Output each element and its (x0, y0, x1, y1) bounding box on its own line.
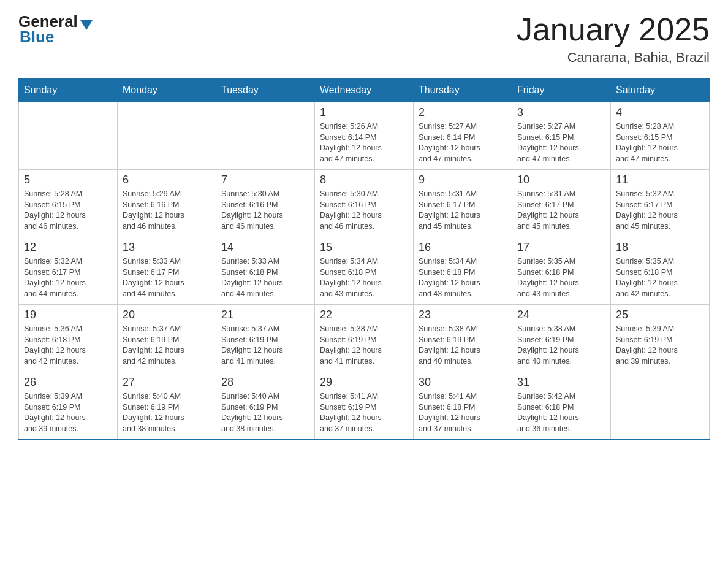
calendar-table: SundayMondayTuesdayWednesdayThursdayFrid… (18, 78, 710, 440)
calendar-cell: 18Sunrise: 5:35 AM Sunset: 6:18 PM Dayli… (611, 237, 710, 305)
day-info: Sunrise: 5:27 AM Sunset: 6:15 PM Dayligh… (517, 121, 605, 164)
day-info: Sunrise: 5:33 AM Sunset: 6:18 PM Dayligh… (221, 256, 309, 299)
day-number: 14 (221, 241, 309, 254)
day-info: Sunrise: 5:32 AM Sunset: 6:17 PM Dayligh… (616, 189, 704, 232)
day-info: Sunrise: 5:41 AM Sunset: 6:19 PM Dayligh… (320, 391, 408, 434)
day-number: 16 (419, 241, 507, 254)
logo-triangle-icon (80, 20, 93, 30)
day-number: 28 (221, 376, 309, 389)
day-info: Sunrise: 5:35 AM Sunset: 6:18 PM Dayligh… (616, 256, 704, 299)
logo: General Blue (18, 12, 93, 47)
day-number: 31 (517, 376, 605, 389)
day-number: 21 (221, 308, 309, 321)
day-number: 8 (320, 174, 408, 186)
day-number: 25 (616, 308, 704, 321)
calendar-cell: 25Sunrise: 5:39 AM Sunset: 6:19 PM Dayli… (611, 305, 710, 372)
day-number: 15 (320, 241, 408, 254)
day-number: 5 (24, 174, 112, 186)
calendar-cell: 10Sunrise: 5:31 AM Sunset: 6:17 PM Dayli… (512, 170, 611, 237)
calendar-cell: 27Sunrise: 5:40 AM Sunset: 6:19 PM Dayli… (118, 372, 216, 440)
day-number: 12 (24, 241, 112, 254)
day-number: 13 (123, 241, 211, 254)
calendar-cell: 17Sunrise: 5:35 AM Sunset: 6:18 PM Dayli… (512, 237, 611, 305)
calendar-cell: 23Sunrise: 5:38 AM Sunset: 6:19 PM Dayli… (414, 305, 512, 372)
day-info: Sunrise: 5:37 AM Sunset: 6:19 PM Dayligh… (123, 324, 211, 367)
day-number: 30 (419, 376, 507, 389)
day-info: Sunrise: 5:38 AM Sunset: 6:19 PM Dayligh… (419, 324, 507, 367)
calendar-cell: 4Sunrise: 5:28 AM Sunset: 6:15 PM Daylig… (611, 102, 710, 170)
calendar-cell: 12Sunrise: 5:32 AM Sunset: 6:17 PM Dayli… (19, 237, 118, 305)
day-info: Sunrise: 5:32 AM Sunset: 6:17 PM Dayligh… (24, 256, 112, 299)
calendar-cell (216, 102, 315, 170)
day-number: 18 (616, 241, 704, 254)
day-number: 24 (517, 308, 605, 321)
calendar-cell: 9Sunrise: 5:31 AM Sunset: 6:17 PM Daylig… (414, 170, 512, 237)
calendar-cell: 5Sunrise: 5:28 AM Sunset: 6:15 PM Daylig… (19, 170, 118, 237)
day-info: Sunrise: 5:31 AM Sunset: 6:17 PM Dayligh… (419, 189, 507, 232)
page-title: January 2025 (517, 12, 710, 47)
day-info: Sunrise: 5:38 AM Sunset: 6:19 PM Dayligh… (320, 324, 408, 367)
day-info: Sunrise: 5:35 AM Sunset: 6:18 PM Dayligh… (517, 256, 605, 299)
calendar-week-1: 1Sunrise: 5:26 AM Sunset: 6:14 PM Daylig… (19, 102, 710, 170)
calendar-cell (19, 102, 118, 170)
day-info: Sunrise: 5:28 AM Sunset: 6:15 PM Dayligh… (24, 189, 112, 232)
day-info: Sunrise: 5:26 AM Sunset: 6:14 PM Dayligh… (320, 121, 408, 164)
day-number: 27 (123, 376, 211, 389)
day-info: Sunrise: 5:33 AM Sunset: 6:17 PM Dayligh… (123, 256, 211, 299)
calendar-cell (118, 102, 216, 170)
weekday-header-tuesday: Tuesday (216, 79, 315, 102)
weekday-header-saturday: Saturday (611, 79, 710, 102)
calendar-week-3: 12Sunrise: 5:32 AM Sunset: 6:17 PM Dayli… (19, 237, 710, 305)
day-number: 26 (24, 376, 112, 389)
calendar-cell: 24Sunrise: 5:38 AM Sunset: 6:19 PM Dayli… (512, 305, 611, 372)
calendar-cell (611, 372, 710, 440)
calendar-cell: 6Sunrise: 5:29 AM Sunset: 6:16 PM Daylig… (118, 170, 216, 237)
calendar-cell: 3Sunrise: 5:27 AM Sunset: 6:15 PM Daylig… (512, 102, 611, 170)
weekday-row: SundayMondayTuesdayWednesdayThursdayFrid… (19, 79, 710, 102)
day-info: Sunrise: 5:42 AM Sunset: 6:18 PM Dayligh… (517, 391, 605, 434)
calendar-week-5: 26Sunrise: 5:39 AM Sunset: 6:19 PM Dayli… (19, 372, 710, 440)
weekday-header-thursday: Thursday (414, 79, 512, 102)
calendar-cell: 11Sunrise: 5:32 AM Sunset: 6:17 PM Dayli… (611, 170, 710, 237)
day-info: Sunrise: 5:28 AM Sunset: 6:15 PM Dayligh… (616, 121, 704, 164)
calendar-cell: 15Sunrise: 5:34 AM Sunset: 6:18 PM Dayli… (315, 237, 414, 305)
day-number: 23 (419, 308, 507, 321)
day-number: 10 (517, 174, 605, 186)
day-number: 1 (320, 106, 408, 119)
weekday-header-friday: Friday (512, 79, 611, 102)
day-info: Sunrise: 5:30 AM Sunset: 6:16 PM Dayligh… (221, 189, 309, 232)
calendar-cell: 31Sunrise: 5:42 AM Sunset: 6:18 PM Dayli… (512, 372, 611, 440)
day-info: Sunrise: 5:40 AM Sunset: 6:19 PM Dayligh… (221, 391, 309, 434)
day-number: 3 (517, 106, 605, 119)
day-number: 22 (320, 308, 408, 321)
day-number: 17 (517, 241, 605, 254)
calendar-cell: 16Sunrise: 5:34 AM Sunset: 6:18 PM Dayli… (414, 237, 512, 305)
calendar-cell: 22Sunrise: 5:38 AM Sunset: 6:19 PM Dayli… (315, 305, 414, 372)
calendar-cell: 21Sunrise: 5:37 AM Sunset: 6:19 PM Dayli… (216, 305, 315, 372)
day-info: Sunrise: 5:39 AM Sunset: 6:19 PM Dayligh… (24, 391, 112, 434)
weekday-header-monday: Monday (118, 79, 216, 102)
day-info: Sunrise: 5:38 AM Sunset: 6:19 PM Dayligh… (517, 324, 605, 367)
day-info: Sunrise: 5:27 AM Sunset: 6:14 PM Dayligh… (419, 121, 507, 164)
calendar-cell: 14Sunrise: 5:33 AM Sunset: 6:18 PM Dayli… (216, 237, 315, 305)
day-info: Sunrise: 5:30 AM Sunset: 6:16 PM Dayligh… (320, 189, 408, 232)
day-number: 29 (320, 376, 408, 389)
weekday-header-wednesday: Wednesday (315, 79, 414, 102)
day-number: 20 (123, 308, 211, 321)
calendar-header: SundayMondayTuesdayWednesdayThursdayFrid… (19, 79, 710, 102)
calendar-cell: 26Sunrise: 5:39 AM Sunset: 6:19 PM Dayli… (19, 372, 118, 440)
day-info: Sunrise: 5:34 AM Sunset: 6:18 PM Dayligh… (320, 256, 408, 299)
day-info: Sunrise: 5:29 AM Sunset: 6:16 PM Dayligh… (123, 189, 211, 232)
title-section: January 2025 Canarana, Bahia, Brazil (517, 12, 710, 66)
calendar-cell: 1Sunrise: 5:26 AM Sunset: 6:14 PM Daylig… (315, 102, 414, 170)
day-number: 7 (221, 174, 309, 186)
day-info: Sunrise: 5:39 AM Sunset: 6:19 PM Dayligh… (616, 324, 704, 367)
calendar-cell: 2Sunrise: 5:27 AM Sunset: 6:14 PM Daylig… (414, 102, 512, 170)
day-info: Sunrise: 5:37 AM Sunset: 6:19 PM Dayligh… (221, 324, 309, 367)
calendar-cell: 30Sunrise: 5:41 AM Sunset: 6:18 PM Dayli… (414, 372, 512, 440)
day-number: 2 (419, 106, 507, 119)
weekday-header-sunday: Sunday (19, 79, 118, 102)
calendar-cell: 7Sunrise: 5:30 AM Sunset: 6:16 PM Daylig… (216, 170, 315, 237)
day-number: 9 (419, 174, 507, 186)
calendar-week-4: 19Sunrise: 5:36 AM Sunset: 6:18 PM Dayli… (19, 305, 710, 372)
